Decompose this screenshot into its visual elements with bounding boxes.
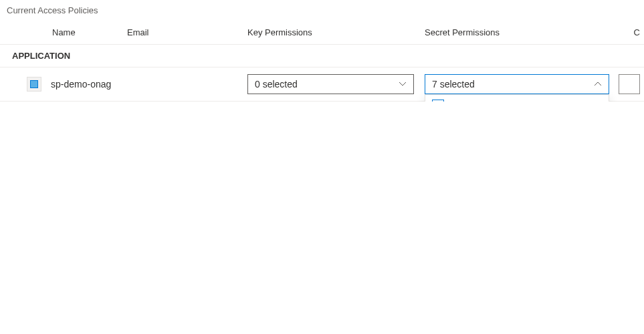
section-application: APPLICATION bbox=[0, 45, 644, 67]
secret-permissions-dropdown[interactable]: 7 selected bbox=[425, 74, 609, 94]
policies-table: Name Email Key Permissions Secret Permis… bbox=[0, 23, 644, 102]
table-row: sp-demo-onag 0 selected 7 selected bbox=[0, 67, 644, 102]
col-header-name: Name bbox=[0, 27, 127, 37]
chevron-down-icon bbox=[399, 80, 407, 88]
key-permissions-cell: 0 selected bbox=[231, 74, 425, 94]
app-name: sp-demo-onag bbox=[51, 79, 111, 90]
certificate-permissions-cell bbox=[619, 74, 644, 94]
key-permissions-dropdown[interactable]: 0 selected bbox=[247, 74, 414, 94]
header-row: Name Email Key Permissions Secret Permis… bbox=[0, 23, 644, 45]
secret-permissions-cell: 7 selected Select all Secret Management … bbox=[425, 74, 619, 94]
secret-permissions-panel: Select all Secret Management Operations … bbox=[425, 94, 609, 102]
page-title: Current Access Policies bbox=[0, 0, 644, 23]
col-header-secret: Secret Permissions bbox=[425, 27, 619, 37]
option-label: Select all bbox=[451, 100, 489, 102]
key-permissions-value: 0 selected bbox=[255, 79, 298, 90]
chevron-up-icon bbox=[594, 80, 602, 88]
col-header-email: Email bbox=[127, 27, 231, 37]
col-header-extra: C bbox=[619, 27, 644, 37]
certificate-permissions-dropdown[interactable] bbox=[619, 74, 640, 94]
app-cell: sp-demo-onag bbox=[0, 77, 127, 92]
col-header-key: Key Permissions bbox=[231, 27, 425, 37]
checkbox-indeterminate-icon bbox=[432, 100, 444, 102]
option-select-all[interactable]: Select all bbox=[425, 95, 609, 102]
secret-permissions-value: 7 selected bbox=[432, 79, 475, 90]
application-icon bbox=[27, 77, 41, 92]
